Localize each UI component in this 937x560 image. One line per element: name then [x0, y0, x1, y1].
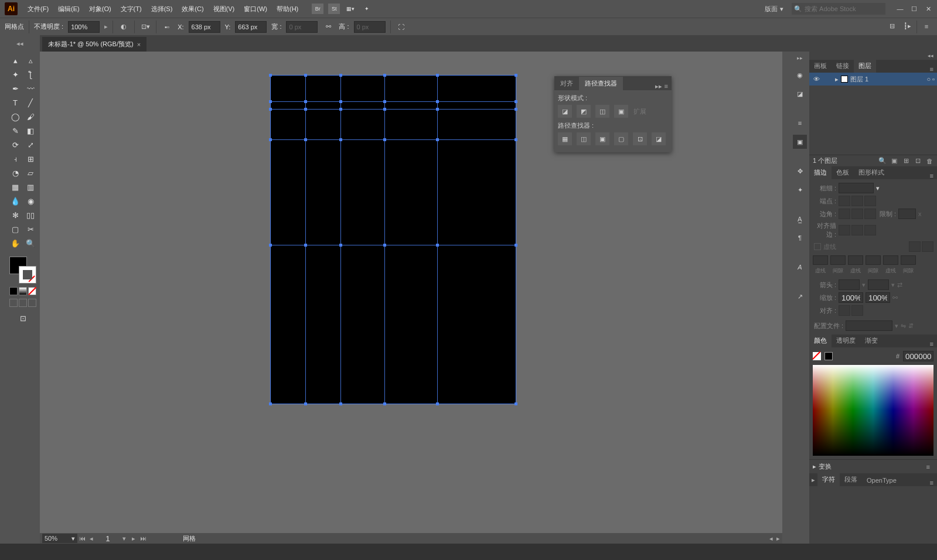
anchor-point[interactable]: [304, 108, 307, 111]
tab-graphic-styles[interactable]: 图形样式: [854, 166, 889, 179]
delete-layer-icon[interactable]: 🗑: [925, 157, 933, 165]
last-artboard-button[interactable]: ⏭: [138, 535, 148, 542]
crop-icon[interactable]: ▢: [614, 132, 628, 145]
vertical-scrollbar[interactable]: [782, 52, 791, 544]
tab-artboards[interactable]: 画板: [809, 59, 832, 73]
ellipse-tool[interactable]: ◯: [8, 110, 22, 123]
merge-icon[interactable]: ▣: [595, 132, 609, 145]
intersect-icon[interactable]: ◫: [595, 105, 609, 118]
hand-tool[interactable]: ✋: [8, 237, 22, 250]
anchor-point[interactable]: [515, 402, 517, 405]
anchor-point[interactable]: [304, 138, 307, 141]
tab-links[interactable]: 链接: [832, 59, 854, 73]
anchor-point[interactable]: [269, 74, 272, 77]
anchor-point[interactable]: [269, 108, 272, 111]
tab-opentype[interactable]: OpenType: [862, 474, 901, 486]
asset-export-panel-icon[interactable]: ↗: [793, 289, 807, 303]
gpu-icon[interactable]: ✦: [361, 4, 373, 14]
type-tool[interactable]: T: [8, 96, 22, 109]
anchor-point[interactable]: [436, 138, 439, 141]
anchor-point[interactable]: [339, 100, 342, 103]
stock-search-input[interactable]: [805, 5, 883, 12]
anchor-point[interactable]: [339, 244, 342, 247]
anchor-point[interactable]: [436, 108, 439, 111]
symbols-panel-icon[interactable]: ▣: [793, 135, 807, 149]
new-sublayer-icon[interactable]: ⊞: [902, 157, 910, 165]
expand-layer-icon[interactable]: ▸: [835, 76, 839, 83]
char-panel-menu-icon[interactable]: ≡: [926, 479, 937, 486]
expand-char-icon[interactable]: ▸: [809, 474, 817, 486]
anchor-point[interactable]: [339, 108, 342, 111]
draw-normal[interactable]: [9, 299, 18, 307]
color-fill-swatch[interactable]: [813, 352, 821, 360]
artboard-number-input[interactable]: [96, 534, 120, 543]
anchor-point[interactable]: [269, 138, 272, 141]
column-graph-tool[interactable]: ▯▯: [23, 209, 38, 221]
unite-icon[interactable]: ◪: [558, 105, 572, 118]
anchor-point[interactable]: [383, 74, 386, 77]
anchor-point[interactable]: [304, 244, 307, 247]
anchor-point[interactable]: [515, 138, 517, 141]
stock-icon[interactable]: St: [328, 4, 340, 14]
anchor-point[interactable]: [436, 402, 439, 405]
anchor-point[interactable]: [436, 100, 439, 103]
color-spectrum[interactable]: [813, 365, 933, 456]
link-wh-icon[interactable]: ⚯: [322, 21, 334, 33]
menu-edit[interactable]: 编辑(E): [54, 2, 84, 16]
shape-builder-tool[interactable]: ◔: [8, 166, 22, 179]
locate-layer-icon[interactable]: 🔍: [878, 157, 887, 165]
visibility-icon[interactable]: 👁: [812, 76, 821, 83]
artboard-tool[interactable]: ▢: [8, 223, 22, 235]
anchor-point[interactable]: [304, 74, 307, 77]
selection-tool[interactable]: ▴: [8, 54, 22, 67]
reference-point-icon[interactable]: ▪▫: [161, 21, 173, 33]
color-panel-menu-icon[interactable]: ≡: [926, 340, 937, 347]
minus-front-icon[interactable]: ◩: [577, 105, 591, 118]
anchor-point[interactable]: [383, 138, 386, 141]
transform-panel-header[interactable]: ▸ 变换 ≡: [809, 459, 937, 473]
collapse-panels-icon[interactable]: ◂◂: [809, 52, 937, 60]
zoom-dropdown[interactable]: 50%▾: [42, 534, 77, 543]
collapse-right-dock-icon[interactable]: ▸▸: [797, 55, 803, 61]
layer-name[interactable]: 图层 1: [850, 75, 868, 84]
anchor-point[interactable]: [383, 244, 386, 247]
color-mode-solid[interactable]: [9, 287, 18, 295]
hscroll-right[interactable]: ▸: [776, 535, 780, 542]
anchor-point[interactable]: [383, 108, 386, 111]
align-to-icon[interactable]: ⊟: [886, 21, 898, 32]
gradient-tool[interactable]: ▥: [23, 180, 38, 193]
scale-tool[interactable]: ⤢: [23, 138, 38, 151]
anchor-point[interactable]: [515, 108, 517, 111]
minimize-button[interactable]: —: [896, 5, 904, 13]
exclude-icon[interactable]: ▣: [614, 105, 628, 118]
float-menu-icon[interactable]: ≡: [665, 83, 668, 90]
anchor-point[interactable]: [383, 100, 386, 103]
menu-help[interactable]: 帮助(H): [272, 2, 302, 16]
color-mode-gradient[interactable]: [19, 287, 27, 295]
magic-wand-tool[interactable]: ✦: [8, 68, 22, 81]
weight-dd-icon[interactable]: ▾: [876, 185, 880, 192]
menu-window[interactable]: 窗口(W): [240, 2, 271, 16]
next-artboard-button[interactable]: ▸: [129, 535, 138, 542]
rotate-tool[interactable]: ⟳: [8, 138, 22, 151]
anchor-point[interactable]: [515, 244, 517, 247]
tab-color[interactable]: 颜色: [809, 334, 832, 347]
menu-object[interactable]: 对象(O): [85, 2, 115, 16]
width-tool[interactable]: ⫞: [8, 152, 22, 165]
anchor-point[interactable]: [304, 100, 307, 103]
transform-panel-menu-icon[interactable]: ≡: [923, 463, 933, 470]
y-input[interactable]: [235, 21, 267, 33]
line-tool[interactable]: ╱: [23, 96, 38, 109]
tab-character[interactable]: 字符: [817, 473, 840, 486]
direct-selection-tool[interactable]: ▵: [23, 54, 38, 67]
bridge-icon[interactable]: Br: [312, 4, 323, 14]
collapse-dock-icon[interactable]: ◂◂: [16, 40, 23, 47]
color-mode-none[interactable]: [28, 287, 36, 295]
anchor-point[interactable]: [269, 402, 272, 405]
outline-icon[interactable]: ⊡: [633, 132, 647, 145]
first-artboard-button[interactable]: ⏮: [77, 535, 87, 542]
menu-view[interactable]: 视图(V): [209, 2, 239, 16]
opacity-flyout-icon[interactable]: ▸: [104, 23, 108, 30]
stroke-weight-input[interactable]: [839, 183, 874, 193]
trim-icon[interactable]: ◫: [577, 132, 591, 145]
